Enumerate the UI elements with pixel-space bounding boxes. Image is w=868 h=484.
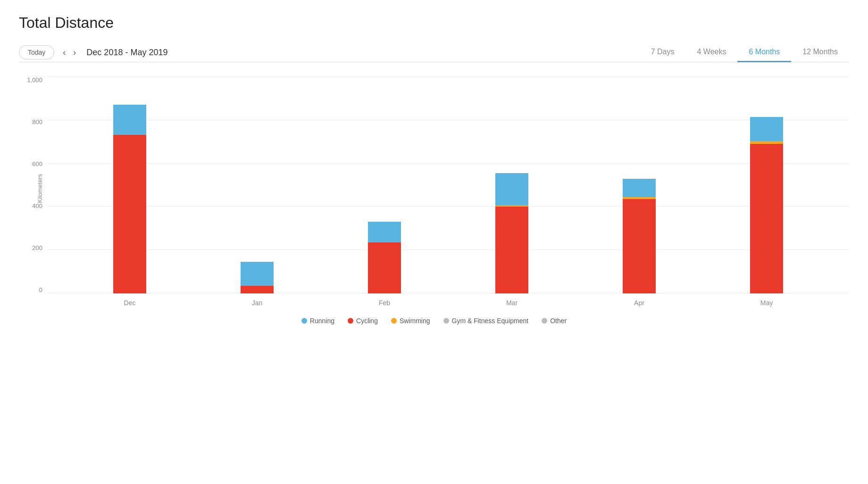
nav-arrows: ‹ › — [60, 47, 79, 58]
bar-group — [101, 105, 158, 293]
y-label: 0 — [19, 286, 42, 293]
legend-item-cycling: Cycling — [348, 317, 378, 325]
page-title: Total Distance — [19, 14, 849, 32]
bar-segment-cycling[interactable] — [495, 207, 528, 293]
legend-label-running: Running — [310, 317, 334, 325]
bar-stack — [241, 262, 274, 293]
x-label: Dec — [101, 299, 158, 307]
legend: RunningCyclingSwimmingGym & Fitness Equi… — [19, 317, 849, 325]
legend-item-gym: Gym & Fitness Equipment — [443, 317, 529, 325]
legend-label-swimming: Swimming — [400, 317, 430, 325]
legend-dot-swimming — [391, 318, 397, 324]
legend-label-other: Other — [550, 317, 567, 325]
bar-stack — [623, 179, 656, 293]
today-button[interactable]: Today — [19, 45, 54, 59]
bar-stack — [750, 117, 783, 293]
bar-segment-cycling[interactable] — [113, 135, 146, 293]
bar-stack — [113, 105, 146, 293]
x-label: May — [738, 299, 795, 307]
bar-stack — [495, 173, 528, 293]
legend-label-cycling: Cycling — [356, 317, 378, 325]
x-label: Mar — [484, 299, 540, 307]
x-label: Apr — [611, 299, 668, 307]
bar-group — [229, 262, 285, 293]
legend-dot-other — [542, 318, 547, 324]
tab-4weeks[interactable]: 4 Weeks — [686, 43, 738, 62]
x-label: Jan — [229, 299, 285, 307]
tab-12months[interactable]: 12 Months — [791, 43, 849, 62]
y-label: 200 — [19, 244, 42, 251]
tab-6months[interactable]: 6 Months — [737, 43, 791, 62]
legend-dot-gym — [443, 318, 449, 324]
bar-segment-cycling[interactable] — [368, 242, 401, 293]
bar-segment-cycling[interactable] — [241, 286, 274, 293]
y-label: 1,000 — [19, 76, 42, 83]
legend-item-running: Running — [301, 317, 334, 325]
bar-group — [484, 173, 540, 293]
y-label: 800 — [19, 118, 42, 125]
bar-segment-running[interactable] — [495, 173, 528, 206]
bar-segment-running[interactable] — [241, 262, 274, 286]
bar-segment-running[interactable] — [623, 179, 656, 197]
legend-dot-cycling — [348, 318, 353, 324]
bar-segment-running[interactable] — [750, 117, 783, 141]
chart-wrapper: Kilometers 1,0008006004002000 DecJanFebM… — [19, 76, 849, 312]
y-axis-label: Kilometers — [36, 174, 43, 203]
bars-container — [47, 76, 849, 293]
legend-item-other: Other — [542, 317, 567, 325]
y-label: 400 — [19, 202, 42, 209]
time-tabs: 7 Days4 Weeks6 Months12 Months — [640, 43, 849, 62]
legend-dot-running — [301, 318, 307, 324]
legend-label-gym: Gym & Fitness Equipment — [452, 317, 529, 325]
bar-segment-running[interactable] — [368, 222, 401, 242]
y-label: 600 — [19, 160, 42, 167]
tab-7days[interactable]: 7 Days — [640, 43, 686, 62]
date-range: Dec 2018 - May 2019 — [86, 48, 639, 58]
x-label: Feb — [356, 299, 413, 307]
bar-group — [738, 117, 795, 293]
prev-button[interactable]: ‹ — [60, 47, 68, 58]
legend-item-swimming: Swimming — [391, 317, 430, 325]
bar-segment-running[interactable] — [113, 105, 146, 135]
bar-stack — [368, 222, 401, 293]
bar-segment-cycling[interactable] — [623, 199, 656, 293]
bar-segment-cycling[interactable] — [750, 144, 783, 293]
next-button[interactable]: › — [70, 47, 79, 58]
chart-inner: DecJanFebMarAprMay — [47, 76, 849, 312]
controls-bar: Today ‹ › Dec 2018 - May 2019 7 Days4 We… — [19, 43, 849, 62]
x-labels: DecJanFebMarAprMay — [47, 293, 849, 312]
bar-group — [611, 179, 668, 293]
bar-group — [356, 222, 413, 293]
